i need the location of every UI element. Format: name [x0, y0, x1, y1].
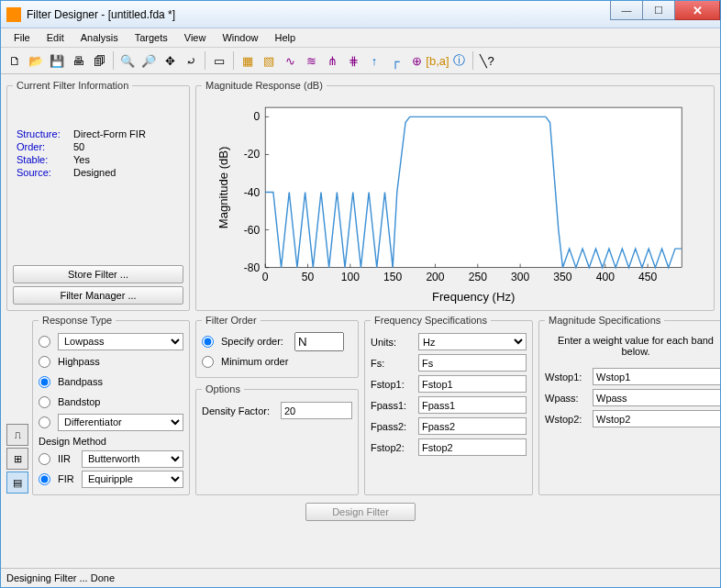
- fir-select[interactable]: Equiripple: [82, 471, 183, 488]
- mag-spec-hint: Enter a weight value for each band below…: [545, 335, 720, 357]
- fpass2-label: Fpass2:: [371, 421, 415, 432]
- wpass-input[interactable]: [593, 389, 720, 406]
- fullview-icon[interactable]: ▦: [238, 50, 258, 71]
- wpass-label: Wpass:: [545, 393, 589, 404]
- fstop2-input[interactable]: [418, 438, 527, 456]
- chart-legend: Magnitude Response (dB): [202, 80, 327, 91]
- mode-polezero-icon[interactable]: ⊞: [6, 448, 28, 470]
- maximize-button[interactable]: ☐: [643, 1, 675, 20]
- order-value: 50: [73, 141, 84, 152]
- highpass-radio[interactable]: [39, 356, 50, 368]
- phasedelay-icon[interactable]: ⋕: [343, 50, 363, 71]
- new-icon[interactable]: 🗋: [5, 50, 25, 71]
- fpass1-label: Fpass1:: [371, 400, 415, 411]
- app-window: Filter Designer - [untitled.fda *] — ☐ ✕…: [0, 0, 721, 588]
- fs-label: Fs:: [371, 358, 415, 369]
- svg-text:100: 100: [341, 271, 360, 283]
- svg-text:-20: -20: [244, 148, 261, 161]
- wstop2-input[interactable]: [593, 410, 720, 427]
- menu-window[interactable]: Window: [215, 30, 265, 45]
- iir-select[interactable]: Butterworth: [82, 450, 183, 468]
- filter-order-panel: Filter Order Specify order: Minimum orde…: [195, 315, 359, 378]
- bandstop-radio[interactable]: [39, 396, 50, 408]
- help-icon[interactable]: ╲?: [477, 50, 497, 71]
- svg-text:-60: -60: [244, 224, 261, 237]
- menubar: File Edit Analysis Targets View Window H…: [1, 28, 720, 48]
- differentiator-radio[interactable]: [39, 416, 50, 428]
- zoomin-icon[interactable]: 🔍: [117, 50, 138, 71]
- mode-design-icon[interactable]: ▤: [6, 472, 28, 494]
- svg-text:250: 250: [469, 271, 487, 283]
- bandpass-radio[interactable]: [39, 376, 50, 388]
- fpass2-input[interactable]: [418, 417, 527, 435]
- frequency-spec-panel: Frequency Specifications Units:Hz Fs: Fs…: [364, 315, 533, 495]
- specify-order-input[interactable]: [294, 332, 344, 351]
- svg-text:450: 450: [638, 271, 657, 283]
- impresp-icon[interactable]: ↑: [364, 50, 384, 71]
- differentiator-select[interactable]: Differentiator: [58, 414, 183, 431]
- info-icon[interactable]: ⓘ: [449, 50, 469, 71]
- polezero-icon[interactable]: ⊕: [406, 50, 427, 71]
- iir-label: IIR: [58, 453, 78, 464]
- menu-targets[interactable]: Targets: [128, 30, 175, 45]
- specify-order-label: Specify order:: [221, 336, 291, 347]
- source-label: Source:: [17, 167, 73, 178]
- svg-text:0: 0: [253, 110, 260, 123]
- minimize-button[interactable]: —: [610, 1, 643, 20]
- printpreview-icon[interactable]: 🗐: [89, 50, 109, 71]
- wstop1-label: Wstop1:: [545, 372, 589, 383]
- response-type-panel: Response Type Lowpass Highpass Bandpass …: [32, 315, 190, 495]
- window-title: Filter Designer - [untitled.fda *]: [27, 8, 175, 21]
- menu-file[interactable]: File: [6, 30, 38, 45]
- close-button[interactable]: ✕: [675, 1, 720, 20]
- save-icon[interactable]: 💾: [47, 50, 67, 71]
- mode-realize-icon[interactable]: ⎍: [6, 424, 28, 446]
- fs-input[interactable]: [418, 354, 527, 372]
- menu-view[interactable]: View: [177, 30, 214, 45]
- iir-radio[interactable]: [39, 453, 50, 465]
- svg-text:50: 50: [302, 271, 315, 283]
- groupdelay-icon[interactable]: ⋔: [322, 50, 342, 71]
- fir-radio[interactable]: [39, 473, 50, 485]
- titlebar[interactable]: Filter Designer - [untitled.fda *] — ☐ ✕: [1, 1, 720, 28]
- restoreview-icon[interactable]: ⤾: [181, 50, 201, 71]
- highpass-label: Highpass: [58, 356, 183, 367]
- density-input[interactable]: [281, 402, 352, 419]
- options-legend: Options: [202, 383, 244, 394]
- stepresp-icon[interactable]: ┌: [385, 50, 405, 71]
- menu-edit[interactable]: Edit: [39, 30, 72, 45]
- toolbar: 🗋 📂 💾 🖶 🗐 🔍 🔎 ✥ ⤾ ▭ ▦ ▧ ∿ ≋ ⋔ ⋕ ↑ ┌ ⊕ [b…: [1, 48, 720, 74]
- zoomout-icon[interactable]: 🔎: [139, 50, 159, 71]
- fstop1-input[interactable]: [418, 375, 527, 393]
- print-icon[interactable]: 🖶: [68, 50, 88, 71]
- menu-analysis[interactable]: Analysis: [73, 30, 126, 45]
- source-value: Designed: [73, 167, 116, 178]
- filterspecs-icon[interactable]: ▭: [209, 50, 229, 71]
- minimum-order-radio[interactable]: [202, 356, 214, 368]
- lowpass-select[interactable]: Lowpass: [58, 333, 183, 350]
- units-select[interactable]: Hz: [418, 333, 527, 350]
- magphase-icon[interactable]: ≋: [301, 50, 321, 71]
- wstop1-input[interactable]: [593, 368, 720, 385]
- magresp-icon[interactable]: ▧: [259, 50, 279, 71]
- pan-icon[interactable]: ✥: [160, 50, 180, 71]
- menu-help[interactable]: Help: [268, 30, 304, 45]
- statusbar: Designing Filter ... Done: [1, 568, 720, 587]
- options-panel: Options Density Factor:: [195, 383, 359, 495]
- filter-manager-button[interactable]: Filter Manager ...: [13, 286, 183, 305]
- specify-order-radio[interactable]: [202, 336, 214, 348]
- svg-text:150: 150: [383, 271, 402, 283]
- svg-text:300: 300: [511, 271, 529, 283]
- coeffs-icon[interactable]: [b,a]: [427, 50, 448, 71]
- store-filter-button[interactable]: Store Filter ...: [13, 265, 183, 283]
- fpass1-input[interactable]: [418, 396, 527, 414]
- phaseresp-icon[interactable]: ∿: [280, 50, 300, 71]
- open-icon[interactable]: 📂: [26, 50, 46, 71]
- stable-label: Stable:: [17, 154, 73, 165]
- design-filter-button[interactable]: Design Filter: [305, 503, 416, 521]
- mag-spec-legend: Magnitude Specifications: [545, 315, 664, 326]
- lowpass-radio[interactable]: [39, 336, 50, 348]
- magnitude-response-chart: 0-20-40-60-80050100150200250300350400450…: [202, 96, 708, 305]
- minimum-order-label: Minimum order: [221, 356, 352, 367]
- units-label: Units:: [371, 337, 415, 348]
